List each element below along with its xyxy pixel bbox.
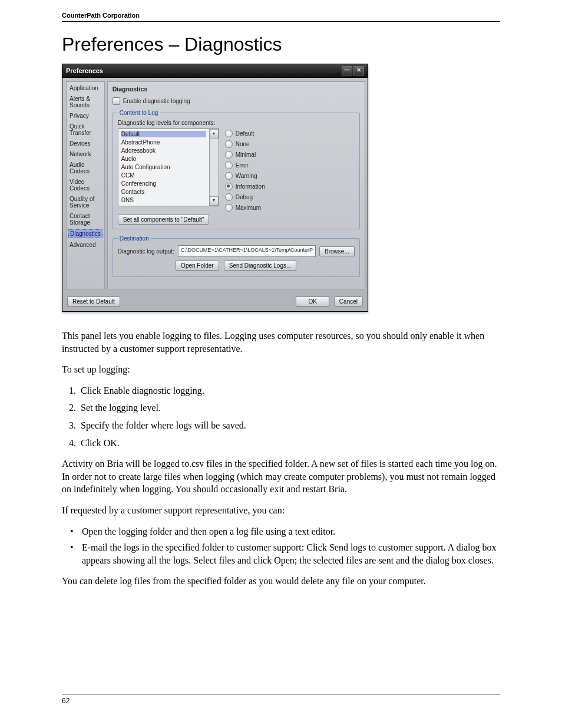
- enable-logging-label: Enable diagnostic logging: [123, 98, 190, 104]
- component-item[interactable]: Auto Configuration: [121, 164, 206, 170]
- log-level-label: Default: [236, 130, 254, 137]
- destination-group: Destination Diagnostic log output: C:\DO…: [113, 235, 360, 277]
- para-setup-heading: To set up logging:: [62, 363, 500, 376]
- listbox-scrollbar[interactable]: ▴ ▾: [209, 129, 219, 206]
- checkbox-icon: [113, 97, 120, 105]
- log-level-none[interactable]: None: [225, 140, 265, 148]
- log-level-label: Maximum: [236, 205, 261, 211]
- levels-caption: Diagnostic log levels for components:: [118, 120, 355, 126]
- page-title: Preferences – Diagnostics: [62, 34, 500, 55]
- open-folder-button[interactable]: Open Folder: [176, 261, 219, 271]
- window-titlebar: Preferences — ✕: [62, 64, 368, 78]
- log-level-label: Information: [236, 183, 265, 190]
- output-path-input[interactable]: C:\DOCUME~1\CATHER~1\LOCALS~1\Temp\Count…: [178, 245, 316, 257]
- sidebar-item-application[interactable]: Application: [68, 84, 103, 92]
- reset-default-button[interactable]: Reset to Default: [67, 297, 120, 307]
- step-item: Specify the folder where logs will be sa…: [78, 419, 500, 432]
- radio-icon: [225, 172, 233, 180]
- log-level-label: Warning: [236, 173, 257, 179]
- close-icon[interactable]: ✕: [353, 66, 364, 75]
- bullet-item: E-mail the logs in the specified folder …: [69, 541, 500, 566]
- scroll-down-icon[interactable]: ▾: [210, 196, 219, 206]
- log-level-information[interactable]: Information: [225, 183, 265, 190]
- sidebar-item-network[interactable]: Network: [68, 150, 103, 158]
- component-item[interactable]: DNS: [121, 197, 206, 203]
- page-number: 62: [62, 697, 70, 705]
- component-item[interactable]: Contacts: [121, 189, 206, 195]
- log-level-label: None: [236, 141, 250, 147]
- dialog-footer: Reset to Default OK Cancel: [62, 293, 368, 311]
- log-level-radios: DefaultNoneMinimalErrorWarningInformatio…: [225, 129, 265, 212]
- component-item[interactable]: Audio: [121, 156, 206, 162]
- step-item: Set the logging level.: [78, 401, 500, 414]
- setup-steps-list: Click Enable diagnostic logging.Set the …: [62, 384, 500, 449]
- log-level-default[interactable]: Default: [225, 130, 265, 137]
- component-item[interactable]: CCM: [121, 172, 206, 179]
- page-footer: 62: [62, 694, 500, 705]
- preferences-sidebar: ApplicationAlerts & SoundsPrivacyQuick T…: [66, 81, 105, 289]
- content-to-log-legend: Content to Log: [118, 110, 160, 116]
- component-item[interactable]: AbstractPhone: [121, 139, 206, 146]
- para-delete: You can delete log files from the specif…: [62, 575, 500, 588]
- radio-icon: [225, 151, 233, 159]
- log-level-label: Debug: [236, 194, 253, 200]
- log-level-warning[interactable]: Warning: [225, 172, 265, 180]
- radio-icon: [225, 193, 233, 201]
- set-all-default-button[interactable]: Set all components to "Default": [118, 215, 210, 225]
- browse-button[interactable]: Browse...: [319, 246, 355, 256]
- sidebar-item-audio-codecs[interactable]: Audio Codecs: [68, 161, 103, 175]
- para-activity: Activity on Bria will be logged to.csv f…: [62, 457, 500, 496]
- sidebar-item-quick-transfer[interactable]: Quick Transfer: [68, 123, 103, 137]
- step-item: Click Enable diagnostic logging.: [78, 384, 500, 397]
- bullet-item: Open the logging folder and then open a …: [69, 525, 500, 538]
- step-item: Click OK.: [78, 437, 500, 450]
- sidebar-item-video-codecs[interactable]: Video Codecs: [68, 178, 103, 192]
- log-level-label: Minimal: [236, 151, 256, 158]
- cancel-button[interactable]: Cancel: [334, 297, 363, 307]
- sidebar-item-alerts-sounds[interactable]: Alerts & Sounds: [68, 95, 103, 109]
- doc-header: CounterPath Corporation: [62, 12, 500, 22]
- send-logs-button[interactable]: Send Diagnostic Logs...: [224, 261, 297, 271]
- log-level-maximum[interactable]: Maximum: [225, 204, 265, 212]
- support-bullets: Open the logging folder and then open a …: [62, 525, 500, 567]
- enable-logging-checkbox[interactable]: Enable diagnostic logging: [113, 97, 360, 105]
- sidebar-item-diagnostics[interactable]: Diagnostics: [68, 229, 103, 238]
- log-level-label: Error: [236, 162, 249, 169]
- sidebar-item-quality-of-service[interactable]: Quality of Service: [68, 195, 103, 209]
- radio-icon: [225, 162, 233, 169]
- panel-title: Diagnostics: [113, 85, 360, 93]
- radio-icon: [225, 130, 233, 137]
- radio-icon: [225, 140, 233, 148]
- preferences-window: Preferences — ✕ ApplicationAlerts & Soun…: [62, 64, 368, 312]
- sidebar-item-devices[interactable]: Devices: [68, 140, 103, 147]
- sidebar-item-contact-storage[interactable]: Contact Storage: [68, 212, 103, 226]
- log-level-error[interactable]: Error: [225, 162, 265, 169]
- log-level-debug[interactable]: Debug: [225, 193, 265, 201]
- component-item[interactable]: Default: [121, 131, 206, 137]
- sidebar-item-privacy[interactable]: Privacy: [68, 112, 103, 120]
- window-title: Preferences: [66, 67, 103, 74]
- radio-icon: [225, 204, 233, 212]
- para-intro: This panel lets you enable logging to fi…: [62, 330, 500, 355]
- scroll-up-icon[interactable]: ▴: [210, 129, 219, 139]
- output-path-label: Diagnostic log output:: [118, 248, 174, 255]
- component-item[interactable]: Addressbook: [121, 147, 206, 154]
- destination-legend: Destination: [118, 235, 151, 242]
- minimize-icon[interactable]: —: [342, 66, 352, 75]
- para-support-heading: If requested by a customer support repre…: [62, 504, 500, 517]
- ok-button[interactable]: OK: [296, 297, 329, 307]
- components-listbox[interactable]: DefaultAbstractPhoneAddressbookAudioAuto…: [118, 129, 219, 206]
- company-name: CounterPath Corporation: [62, 12, 140, 19]
- radio-icon: [225, 183, 233, 190]
- sidebar-item-advanced[interactable]: Advanced: [68, 241, 103, 249]
- component-item[interactable]: Conferencing: [121, 180, 206, 187]
- log-level-minimal[interactable]: Minimal: [225, 151, 265, 159]
- content-to-log-group: Content to Log Diagnostic log levels for…: [113, 110, 360, 229]
